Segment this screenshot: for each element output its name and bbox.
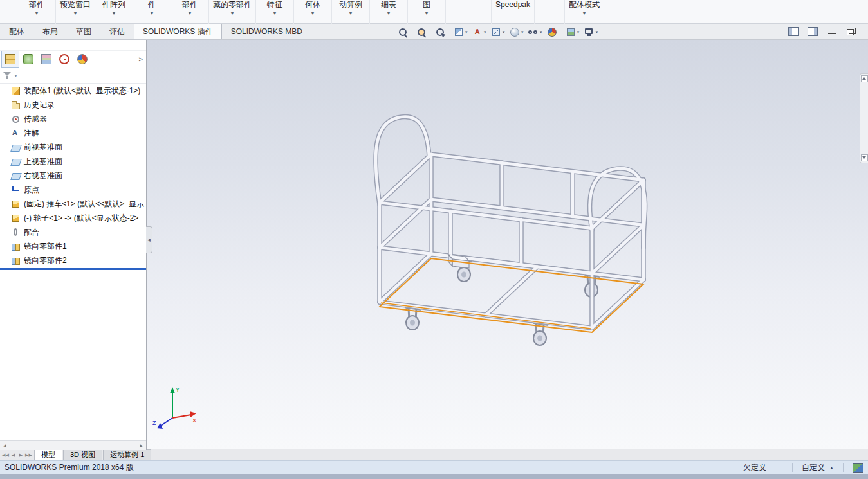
dropdown-caret-icon[interactable]: ▼ — [230, 11, 235, 15]
headsup-button[interactable]: ▼ — [564, 26, 582, 38]
headsup-button[interactable]: ▼ — [434, 26, 451, 38]
dropdown-caret-icon[interactable]: ▼ — [483, 30, 487, 34]
motion-study-tab[interactable]: 3D 视图 — [63, 449, 102, 460]
command-tab[interactable]: 草图 — [67, 24, 100, 39]
prev-tab-icon[interactable]: ◀ — [10, 453, 17, 458]
task-pane-up-icon[interactable] — [861, 75, 868, 82]
ribbon-group-button[interactable]: Speedpak ▼ — [491, 0, 535, 24]
dropdown-caret-icon[interactable]: ▼ — [188, 11, 192, 15]
ribbon-group-button[interactable]: 部件 ▼ — [171, 0, 209, 24]
tree-item[interactable]: (固定) 推车<1> (默认<<默认>_显示 — [0, 197, 146, 211]
scroll-right-icon[interactable]: ► — [139, 443, 144, 449]
ribbon-group-button[interactable]: 特征 ▼ — [256, 0, 294, 24]
window-control-button[interactable] — [845, 26, 858, 37]
tree-item[interactable]: 装配体1 (默认<默认_显示状态-1>) — [0, 84, 146, 98]
dropdown-caret-icon[interactable]: ▼ — [582, 11, 587, 15]
3d-scene[interactable]: Y X Z — [147, 40, 868, 450]
first-tab-icon[interactable]: ◀◀ — [2, 453, 9, 458]
headsup-button[interactable]: ▼ — [508, 26, 526, 38]
tree-item[interactable]: (-) 轮子<1> -> (默认<显示状态-2> — [0, 211, 146, 225]
feature-tree: 装配体1 (默认<默认_显示状态-1>) 历史记录 传感器 注解 前视基准面 — [0, 84, 146, 267]
task-pane-down-icon[interactable] — [861, 154, 868, 161]
panel-splitter-handle[interactable]: ◄ — [146, 226, 152, 253]
panel-tab[interactable] — [55, 51, 73, 68]
scroll-left-icon[interactable]: ◄ — [2, 443, 7, 449]
command-tab[interactable]: 评估 — [100, 24, 134, 39]
ribbon-group-button[interactable]: 部件 ▼ — [18, 0, 56, 24]
dropdown-caret-icon[interactable]: ▼ — [150, 11, 154, 15]
panel-tab[interactable] — [1, 51, 19, 68]
dropdown-caret-icon[interactable]: ▼ — [349, 11, 353, 15]
section-view-icon — [454, 27, 464, 37]
ribbon-group-button[interactable]: 细表 ▼ — [370, 0, 408, 24]
ribbon-group-button[interactable]: 何体 ▼ — [294, 0, 332, 24]
dropdown-caret-icon[interactable]: ▼ — [73, 11, 78, 15]
tree-item[interactable]: 历史记录 — [0, 98, 146, 112]
panel-tab[interactable] — [19, 51, 37, 68]
tree-item[interactable]: 配合 — [0, 225, 146, 239]
headsup-button[interactable]: ▼ — [583, 26, 600, 38]
headsup-button[interactable]: ▼ — [527, 26, 544, 38]
graphics-area[interactable]: Y X Z — [147, 40, 868, 450]
headsup-button[interactable]: ▼ — [471, 26, 488, 38]
ribbon-group-button[interactable]: 配体模式 ▼ — [564, 0, 604, 24]
dropdown-caret-icon[interactable]: ▼ — [465, 30, 468, 34]
dropdown-caret-icon[interactable]: ▼ — [521, 30, 524, 34]
tree-item[interactable]: 注解 — [0, 126, 146, 140]
headsup-button[interactable]: ▼ — [396, 26, 414, 38]
dropdown-caret-icon[interactable]: ▼ — [425, 11, 429, 15]
panel-tab[interactable] — [37, 51, 55, 68]
tree-item[interactable]: 镜向零部件2 — [0, 253, 146, 267]
tree-item[interactable]: 原点 — [0, 183, 146, 197]
next-tab-icon[interactable]: ▶ — [17, 453, 24, 458]
tree-item[interactable]: 上视基准面 — [0, 154, 146, 168]
motion-study-tab[interactable]: 模型 — [34, 449, 62, 460]
dropdown-caret-icon[interactable]: ▼ — [112, 11, 116, 15]
window-control-button[interactable] — [787, 26, 800, 37]
dropdown-caret-icon[interactable]: ▼ — [502, 30, 506, 34]
dropdown-caret-icon[interactable]: ▼ — [35, 11, 39, 15]
dropdown-caret-icon[interactable]: ▼ — [387, 11, 391, 15]
panel-horizontal-scrollbar[interactable]: ◄ ► — [0, 440, 146, 450]
headsup-button[interactable]: ▼ — [546, 26, 563, 38]
ribbon-group-button[interactable]: 藏的零部件 ▼ — [209, 0, 256, 24]
command-tab[interactable]: 配体 — [0, 24, 33, 39]
motion-study-tab[interactable]: 运动算例 1 — [103, 449, 151, 460]
ribbon-group-button[interactable]: 件 ▼ — [133, 0, 171, 24]
ribbon-group-button[interactable]: 件阵列 ▼ — [95, 0, 133, 24]
ribbon-button-label: 细表 — [381, 1, 396, 9]
dropdown-caret-icon[interactable]: ▼ — [539, 30, 543, 34]
last-tab-icon[interactable]: ▶▶ — [25, 453, 32, 458]
command-tab[interactable]: SOLIDWORKS 插件 — [134, 24, 222, 39]
ribbon-button-label: 藏的零部件 — [213, 1, 252, 9]
tree-item[interactable]: 传感器 — [0, 112, 146, 126]
tree-item[interactable]: 右视基准面 — [0, 168, 146, 183]
tree-item[interactable]: 前视基准面 — [0, 140, 146, 154]
ribbon-button-label: 特征 — [267, 1, 282, 9]
ribbon-group-button[interactable]: 预览窗口 ▼ — [56, 0, 95, 24]
panel-tab[interactable] — [73, 51, 91, 68]
headsup-button[interactable]: ▼ — [415, 26, 432, 38]
status-tag-icon[interactable] — [853, 463, 863, 473]
assembly-icon — [11, 86, 21, 96]
headsup-button[interactable]: ▼ — [452, 26, 470, 38]
dropdown-caret-icon[interactable]: ▼ — [273, 11, 277, 15]
part-icon — [11, 199, 21, 209]
command-tab[interactable]: SOLIDWORKS MBD — [222, 24, 311, 39]
filter-caret-icon[interactable]: ▼ — [14, 73, 18, 78]
panel-expand-arrow[interactable]: > — [139, 55, 143, 63]
headsup-button[interactable]: ▼ — [490, 26, 507, 38]
dropdown-caret-icon[interactable]: ▼ — [577, 30, 580, 34]
window-control-button[interactable] — [806, 26, 819, 37]
tree-item[interactable]: 镜向零部件1 — [0, 239, 146, 253]
dropdown-caret-icon[interactable]: ▼ — [595, 30, 599, 34]
ribbon-group-button[interactable]: 动算例 ▼ — [332, 0, 370, 24]
dropdown-caret-icon[interactable]: ▼ — [311, 11, 315, 15]
displaymanager-tab-icon — [77, 54, 88, 64]
ribbon-group-button[interactable]: 图 ▼ — [408, 0, 446, 24]
window-control-button[interactable] — [826, 26, 838, 37]
rollback-bar[interactable] — [0, 268, 146, 270]
filter-icon[interactable] — [3, 71, 12, 80]
status-custom-toolbar[interactable]: 自定义 ▲ — [802, 462, 834, 473]
command-tab[interactable]: 布局 — [33, 24, 67, 39]
